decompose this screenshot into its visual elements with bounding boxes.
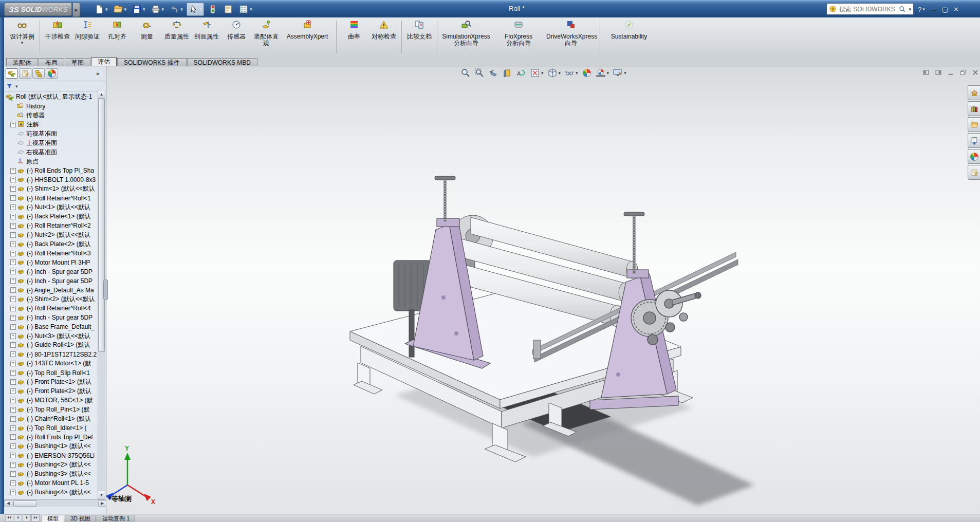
commandmanager-tab-SOLIDWORKS MBD[interactable]: SOLIDWORKS MBD [187, 58, 257, 66]
tree-item[interactable]: +(-) Angle_Default_As Ma [4, 286, 98, 295]
tree-item[interactable]: +(-) Guide Roll<1> (默认 [4, 341, 98, 350]
tree-item[interactable]: +(-) Top Roll_Slip Roll<1 [4, 368, 98, 378]
tree-expander[interactable]: + [10, 296, 16, 302]
tree-expander[interactable]: + [10, 480, 16, 486]
view-settings-button[interactable]: ▾ [612, 67, 627, 79]
tree-expander[interactable]: + [10, 204, 16, 210]
logo-expand-arrow[interactable]: ▶ [72, 3, 80, 17]
tree-expander[interactable]: + [10, 251, 16, 256]
section-properties-button[interactable]: 剖面属性 [193, 20, 220, 40]
tree-item[interactable]: 前视基准面 [4, 129, 98, 139]
appearances-scenes-button[interactable] [968, 149, 980, 164]
tree-expander[interactable]: + [10, 388, 16, 394]
file-explorer-button[interactable] [968, 117, 980, 132]
tree-item[interactable]: +(-) EMERSON-375Q56Li [4, 451, 98, 460]
zoom-to-area-button[interactable] [474, 67, 485, 79]
open-dropdown-arrow[interactable]: ▾ [124, 7, 127, 12]
save-dropdown-arrow[interactable]: ▾ [143, 7, 145, 12]
tree-expander[interactable]: + [10, 370, 16, 376]
design-study-button[interactable]: 设计算例▾ [9, 20, 35, 45]
tree-expander[interactable]: + [10, 315, 16, 321]
tree-item[interactable]: +(-) Roll Ends Top Pl_Sha [4, 166, 98, 175]
rebuild-button[interactable] [206, 3, 219, 15]
tree-expander[interactable]: + [10, 195, 16, 201]
tree-expander[interactable]: + [10, 453, 16, 458]
tree-expander[interactable]: + [10, 434, 16, 440]
scroll-thumb[interactable] [98, 99, 105, 352]
tree-item[interactable]: +(-) HHSBOLT 1.0000-8x3 [4, 175, 98, 184]
tree-item[interactable]: +(-) Shim<1> (默认<<默认 [4, 184, 98, 194]
featuremanager-tab[interactable] [6, 68, 18, 79]
design-study-flyout-arrow[interactable]: ▾ [21, 40, 24, 45]
select-dropdown-arrow[interactable]: ▾ [200, 7, 202, 12]
tree-expander[interactable]: + [10, 177, 16, 182]
tree-item[interactable]: +(-) Top Roll_Pin<1> (默 [4, 405, 98, 414]
view-settings-dropdown-arrow[interactable]: ▾ [624, 70, 626, 76]
tree-item[interactable]: +(-) Bushing<1> (默认<< [4, 442, 98, 451]
tree-expander[interactable]: + [10, 361, 16, 366]
scroll-down-arrow[interactable]: ▼ [98, 491, 105, 499]
model-canvas[interactable]: Y X Z [4, 66, 980, 514]
scroll-thumb-horizontal[interactable] [13, 500, 37, 507]
tree-expander[interactable]: + [10, 122, 16, 127]
design-library-button[interactable] [968, 101, 980, 116]
tree-expander[interactable]: + [10, 241, 16, 247]
scroll-up-arrow[interactable]: ▲ [98, 90, 105, 99]
tree-item[interactable]: +(-) Front Plate<1> (默认 [4, 378, 98, 387]
tree-expander[interactable]: + [10, 342, 16, 348]
commandmanager-tab-草图[interactable]: 草图 [65, 58, 90, 66]
tree-item[interactable]: Roll (默认<默认_显示状态-1 [4, 92, 98, 102]
tree-item[interactable]: +(-) 80-1P1ST12T12SB2.2 [4, 350, 98, 359]
tree-item[interactable]: +(-) Roll Retainer^Roll<4 [4, 304, 98, 313]
tree-item[interactable]: +(-) Bushing<2> (默认<< [4, 460, 98, 470]
tree-item[interactable]: +(-) Nut<3> (默认<<默认 [4, 331, 98, 341]
clearance-verification-button[interactable]: 间隙验证 [74, 20, 101, 40]
tree-item[interactable]: +(-) Shim<2> (默认<<默认 [4, 295, 98, 304]
tree-item[interactable]: +(-) Bushing<4> (默认<< [4, 488, 98, 497]
commandmanager-tab-评估[interactable]: 评估 [91, 57, 117, 66]
sensors-button[interactable]: 传感器 [223, 20, 250, 40]
propertymanager-tab[interactable] [19, 68, 31, 79]
panel-expand-chevron[interactable]: » [96, 70, 104, 77]
apply-scene-button[interactable]: ▾ [595, 67, 610, 79]
compare-documents-button[interactable]: 比较文档 [406, 20, 433, 40]
tree-item[interactable]: 上视基准面 [4, 138, 98, 147]
undo-button[interactable]: ▾ [168, 3, 184, 15]
tree-item[interactable]: +(-) Inch - Spur gear 5DP [4, 276, 98, 286]
tree-item[interactable]: +(-) Nut<1> (默认<<默认 [4, 203, 98, 212]
tree-expander[interactable]: + [10, 351, 16, 357]
minimize-button[interactable]: — [930, 6, 937, 13]
tree-expander[interactable]: + [10, 269, 16, 274]
view-palette-button[interactable] [968, 133, 980, 148]
tree-expander[interactable]: + [10, 379, 16, 385]
tree-expander[interactable]: + [10, 186, 16, 192]
tree-expander[interactable]: + [10, 443, 16, 449]
tree-expander[interactable]: + [10, 490, 16, 495]
bottom-tab-运动算例 1[interactable]: 运动算例 1 [97, 515, 135, 522]
tree-item[interactable]: +A注解 [4, 120, 98, 129]
restore-document-button[interactable] [959, 69, 967, 78]
tree-expander[interactable]: + [10, 416, 16, 422]
tree-item[interactable]: 右视基准面 [4, 147, 98, 157]
curvature-button[interactable]: 曲率 [341, 20, 367, 40]
floxpress-wizard-button[interactable]: FloXpress分析向导 [494, 20, 543, 47]
new-document-button[interactable]: ▾ [93, 3, 109, 15]
simulationxpress-wizard-button[interactable]: SimulationXpress分析向导 [441, 20, 491, 47]
tree-item[interactable]: +(-) Base Frame_Default_ [4, 322, 98, 331]
print-button[interactable]: ▾ [149, 3, 166, 15]
filter-dropdown-arrow[interactable]: ▾ [15, 84, 18, 89]
tree-expander[interactable]: + [10, 425, 16, 431]
tree-item[interactable]: +(-) Motor Mount Pl 3HP [4, 258, 98, 267]
sustainability-button[interactable]: Sustainability [604, 20, 654, 40]
print-dropdown-arrow[interactable]: ▾ [162, 7, 164, 12]
options-button[interactable]: ▾ [237, 3, 254, 15]
tree-item[interactable]: +(-) Chain^Roll<1> (默认 [4, 414, 98, 423]
zoom-to-fit-button[interactable] [460, 67, 471, 79]
tree-item[interactable]: +(-) Inch - Spur gear 5DP [4, 313, 98, 322]
display-style-button[interactable]: ▾ [547, 67, 562, 79]
edit-appearance-button[interactable] [581, 67, 593, 79]
maximize-button[interactable]: ▢ [942, 6, 948, 13]
tree-expander[interactable]: + [10, 333, 16, 339]
save-button[interactable]: ▾ [130, 3, 147, 15]
tree-item[interactable]: +(-) Back Plate<2> (默认 [4, 239, 98, 249]
